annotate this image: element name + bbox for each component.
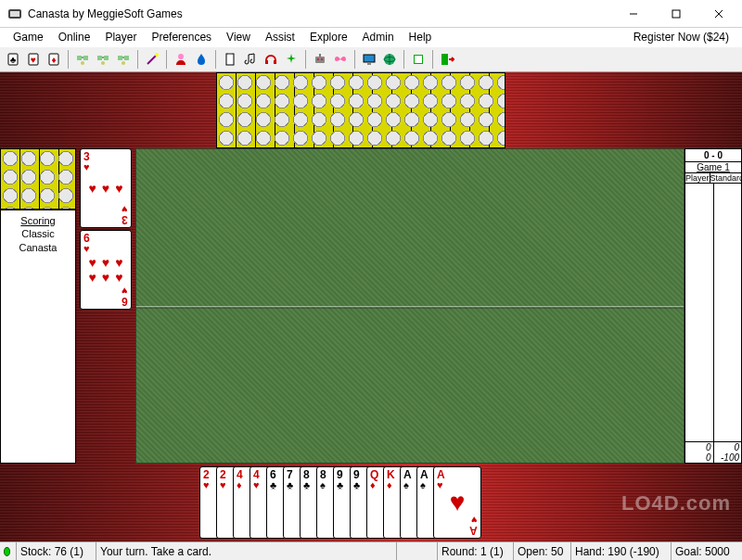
menu-preferences[interactable]: Preferences	[144, 29, 219, 45]
svg-line-24	[147, 55, 157, 64]
status-round: Round: 1 (1)	[438, 542, 514, 560]
svg-text:♥: ♥	[31, 55, 36, 65]
score-header: 0 - 0	[685, 149, 741, 162]
menu-view[interactable]: View	[219, 29, 258, 45]
svg-point-19	[101, 61, 105, 65]
svg-text:♦: ♦	[51, 55, 56, 65]
card-6♥[interactable]: 6♥♥♥♥♥♥♥♥6	[80, 230, 132, 310]
window-title: Canasta by MeggieSoft Games	[28, 7, 612, 20]
svg-point-15	[81, 61, 84, 65]
status-open: Open: 50	[514, 542, 571, 560]
svg-point-33	[317, 58, 319, 60]
svg-rect-32	[315, 57, 325, 63]
svg-rect-16	[97, 56, 102, 60]
svg-point-25	[155, 53, 159, 57]
wand-icon[interactable]	[143, 50, 161, 69]
svg-rect-37	[367, 63, 371, 65]
menu-explore[interactable]: Explore	[302, 29, 355, 45]
svg-rect-17	[104, 56, 109, 60]
play-felt	[135, 148, 684, 464]
svg-rect-13	[83, 56, 88, 60]
person-icon[interactable]	[172, 50, 190, 69]
score-foot-2a: 0	[685, 452, 714, 463]
card-black-icon[interactable]: ♣	[4, 50, 22, 69]
game-board: Scoring Classic Canasta 3♥♥♥♥♥36♥♥♥♥♥♥♥♥…	[0, 72, 742, 541]
minimize-button[interactable]	[612, 0, 655, 28]
menubar: Game Online Player Preferences View Assi…	[0, 28, 742, 46]
svg-point-23	[122, 61, 125, 65]
stock-pile[interactable]	[0, 148, 76, 210]
maximize-button[interactable]	[655, 0, 697, 28]
sparkle-icon[interactable]	[282, 50, 301, 69]
left-column: Scoring Classic Canasta	[0, 148, 76, 464]
status-stock: Stock: 76 (1)	[17, 542, 96, 560]
clipboard-icon[interactable]	[221, 50, 239, 69]
app-icon	[7, 6, 22, 21]
note-icon[interactable]	[241, 50, 260, 69]
butterfly-icon[interactable]	[331, 50, 350, 69]
card-A♥[interactable]: A♥♥♥A	[433, 466, 481, 539]
robot-icon[interactable]	[311, 50, 329, 69]
menu-assist[interactable]: Assist	[258, 29, 302, 45]
svg-rect-21	[124, 56, 129, 60]
col-standard: Standard	[710, 173, 742, 183]
score-foot-1b: 0	[714, 442, 742, 452]
svg-rect-28	[228, 53, 232, 55]
menu-online[interactable]: Online	[51, 29, 98, 45]
status-turn: Your turn. Take a card.	[96, 542, 397, 560]
bottom-band: 2♥♥22♥♥24♦♦44♥♥46♣♣67♣♣78♣♣88♠♠89♣♣99♣♣9…	[0, 464, 742, 541]
menu-game[interactable]: Game	[6, 29, 51, 45]
svg-rect-1	[10, 11, 19, 17]
svg-rect-42	[415, 56, 422, 63]
svg-rect-31	[274, 60, 276, 64]
headset-icon[interactable]	[262, 50, 280, 69]
status-hand: Hand: 190 (-190)	[571, 542, 672, 560]
menu-register[interactable]: Register Now ($24)	[626, 29, 736, 45]
globe-icon[interactable]	[380, 50, 399, 69]
svg-rect-3	[672, 10, 680, 18]
book-icon[interactable]	[409, 50, 428, 69]
statusbar: Stock: 76 (1) Your turn. Take a card. Ro…	[0, 541, 742, 560]
svg-rect-27	[226, 54, 234, 65]
game-label: Game 1	[685, 162, 741, 173]
toolbar: ♣♥♦	[0, 46, 742, 72]
exit-icon[interactable]	[438, 50, 456, 69]
status-empty1	[397, 542, 438, 560]
scoring-line2: Canasta	[1, 241, 75, 254]
card-red2-icon[interactable]: ♦	[45, 50, 63, 69]
score-foot-2b: -100	[714, 452, 742, 463]
svg-rect-30	[265, 60, 268, 64]
play-area-wrap: 3♥♥♥♥♥36♥♥♥♥♥♥♥♥6	[76, 148, 684, 464]
svg-rect-36	[364, 55, 375, 62]
titlebar: Canasta by MeggieSoft Games	[0, 0, 742, 28]
svg-text:♣: ♣	[10, 55, 17, 65]
net3-icon[interactable]	[114, 50, 133, 69]
scoring-panel: Scoring Classic Canasta	[0, 210, 76, 464]
net-icon[interactable]	[73, 50, 92, 69]
scoring-line1: Classic	[1, 227, 75, 240]
menu-help[interactable]: Help	[402, 29, 440, 45]
top-band	[0, 72, 742, 148]
svg-point-26	[178, 54, 184, 59]
svg-rect-12	[77, 56, 82, 60]
svg-point-34	[321, 58, 323, 60]
card-red-icon[interactable]: ♥	[24, 50, 43, 69]
card-3♥[interactable]: 3♥♥♥♥♥3	[80, 148, 132, 228]
opponent-hand	[216, 72, 505, 148]
connection-led	[0, 542, 17, 560]
score-panel: 0 - 0 Game 1 Player Standard 0 0 0 -100	[684, 148, 742, 464]
net2-icon[interactable]	[94, 50, 112, 69]
svg-rect-43	[441, 54, 448, 65]
close-button[interactable]	[697, 0, 740, 28]
status-goal: Goal: 5000	[672, 542, 742, 560]
score-foot-1a: 0	[685, 442, 714, 452]
scoring-title: Scoring	[1, 214, 75, 227]
menu-player[interactable]: Player	[97, 29, 144, 45]
svg-line-29	[249, 54, 254, 55]
monitor-icon[interactable]	[360, 50, 378, 69]
col-player: Player	[685, 173, 710, 183]
droplet-icon[interactable]	[192, 50, 211, 69]
svg-rect-20	[118, 56, 122, 60]
menu-admin[interactable]: Admin	[355, 29, 402, 45]
